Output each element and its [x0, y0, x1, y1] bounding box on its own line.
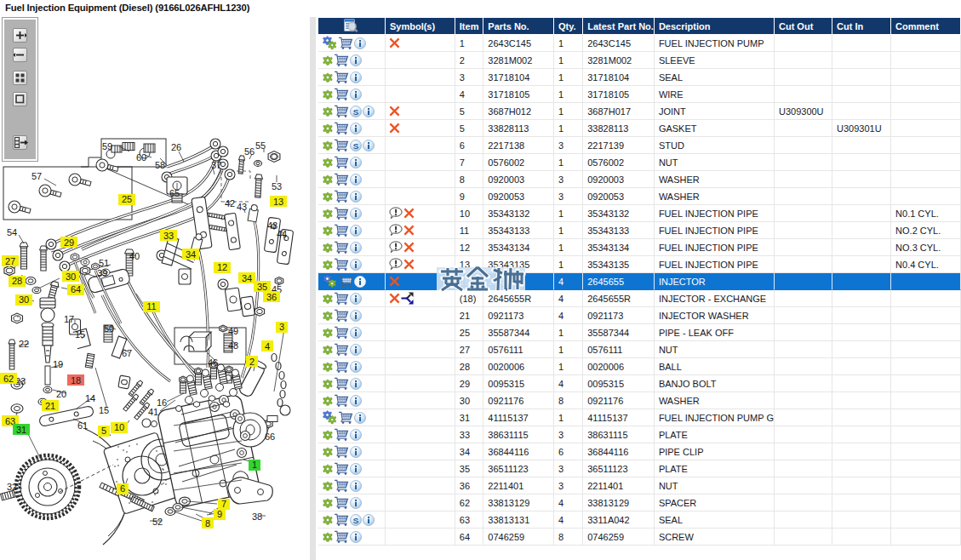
svg-text:34: 34: [186, 249, 196, 260]
svg-text:21: 21: [45, 401, 55, 411]
svg-text:31: 31: [16, 425, 26, 435]
svg-text:13: 13: [273, 197, 283, 207]
svg-text:11: 11: [146, 301, 156, 311]
svg-text:12: 12: [217, 262, 227, 272]
svg-text:66: 66: [265, 431, 275, 442]
svg-text:7: 7: [221, 499, 226, 509]
svg-text:1: 1: [252, 460, 257, 470]
svg-text:48: 48: [228, 340, 238, 351]
svg-text:60: 60: [136, 152, 146, 163]
svg-text:20: 20: [56, 389, 66, 399]
svg-text:57: 57: [31, 171, 42, 181]
svg-text:51: 51: [99, 258, 109, 268]
svg-text:37: 37: [211, 160, 221, 170]
svg-text:53: 53: [272, 181, 282, 191]
svg-text:15: 15: [75, 329, 85, 340]
svg-text:52: 52: [152, 517, 163, 527]
svg-text:55: 55: [255, 140, 266, 151]
svg-text:36: 36: [266, 292, 277, 302]
svg-text:6: 6: [120, 483, 125, 494]
svg-text:26: 26: [171, 142, 181, 152]
svg-text:39: 39: [97, 268, 107, 278]
svg-text:42: 42: [225, 198, 235, 209]
svg-text:40: 40: [129, 251, 140, 261]
svg-text:46: 46: [208, 357, 218, 368]
svg-text:41: 41: [148, 407, 158, 417]
svg-text:3: 3: [279, 322, 284, 332]
svg-text:33: 33: [163, 231, 174, 241]
svg-text:65: 65: [169, 188, 180, 198]
svg-text:14: 14: [85, 393, 95, 403]
svg-text:22: 22: [19, 339, 29, 349]
svg-text:67: 67: [122, 348, 132, 358]
svg-text:19: 19: [53, 359, 63, 369]
svg-text:17: 17: [64, 314, 74, 324]
svg-text:30: 30: [19, 294, 29, 305]
svg-text:2: 2: [249, 357, 255, 367]
svg-text:64: 64: [71, 284, 81, 294]
svg-text:54: 54: [7, 227, 17, 237]
svg-text:35: 35: [257, 282, 267, 292]
svg-text:58: 58: [155, 160, 165, 170]
svg-text:4: 4: [265, 341, 270, 351]
svg-text:50: 50: [104, 323, 114, 334]
svg-text:44: 44: [277, 229, 287, 239]
svg-text:15: 15: [99, 405, 109, 415]
svg-text:10: 10: [114, 422, 124, 432]
svg-text:32: 32: [7, 482, 17, 492]
svg-text:25: 25: [122, 194, 132, 204]
svg-text:34: 34: [242, 273, 252, 283]
svg-text:9: 9: [217, 509, 222, 519]
svg-text:56: 56: [244, 146, 255, 157]
svg-text:29: 29: [64, 237, 74, 248]
svg-text:28: 28: [12, 276, 22, 286]
svg-text:59: 59: [102, 141, 112, 151]
svg-text:18: 18: [71, 375, 81, 386]
svg-text:61: 61: [77, 420, 88, 431]
svg-text:5: 5: [101, 426, 106, 436]
svg-text:38: 38: [252, 511, 262, 522]
svg-text:49: 49: [228, 326, 238, 336]
svg-text:8: 8: [205, 518, 210, 529]
svg-text:27: 27: [5, 256, 15, 266]
svg-text:62: 62: [3, 374, 14, 384]
svg-text:43: 43: [237, 202, 247, 212]
svg-text:30: 30: [66, 271, 76, 282]
